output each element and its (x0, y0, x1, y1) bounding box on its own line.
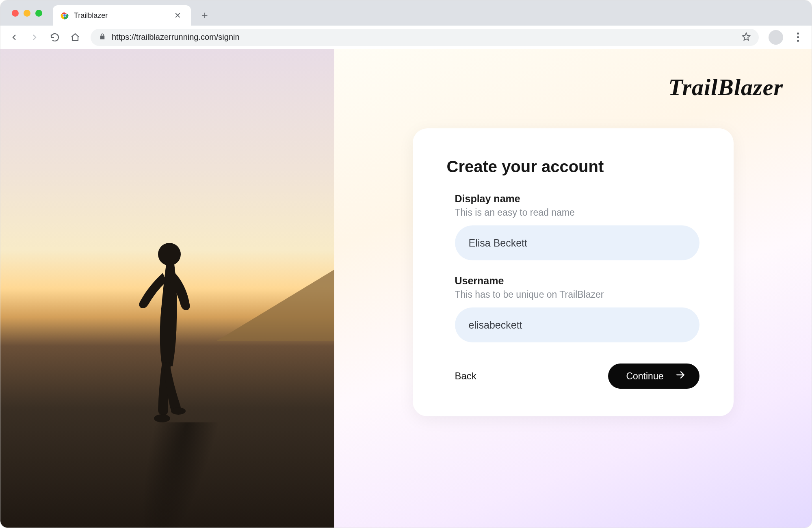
username-label: Username (455, 275, 699, 287)
brand-logo: TrailBlazer (668, 74, 783, 101)
window-controls (7, 0, 47, 26)
lock-icon (99, 33, 106, 42)
display-name-hint: This is an easy to read name (455, 207, 699, 218)
runner-silhouette (129, 240, 206, 427)
display-name-group: Display name This is an easy to read nam… (447, 193, 699, 260)
browser-window: Trailblazer ✕ + https://trailblazerrunni… (0, 0, 812, 528)
browser-menu-button[interactable] (790, 29, 806, 45)
username-hint: This has to be unique on TrailBlazer (455, 289, 699, 300)
close-window-button[interactable] (12, 10, 19, 17)
maximize-window-button[interactable] (35, 10, 42, 17)
back-button[interactable]: Back (455, 370, 476, 382)
display-name-label: Display name (455, 193, 699, 205)
continue-button[interactable]: Continue (608, 364, 699, 389)
username-input[interactable] (455, 307, 699, 342)
new-tab-button[interactable]: + (197, 7, 213, 23)
back-button[interactable] (6, 29, 22, 45)
signup-card: Create your account Display name This is… (413, 128, 734, 416)
display-name-input[interactable] (455, 225, 699, 260)
svg-point-3 (158, 243, 181, 266)
form-pane: TrailBlazer Create your account Display … (334, 49, 812, 528)
runner-shadow (123, 422, 220, 528)
bookmark-star-icon[interactable] (742, 32, 751, 43)
form-actions: Back Continue (447, 364, 699, 389)
kebab-icon (797, 32, 799, 42)
continue-label: Continue (626, 371, 663, 382)
hero-image (0, 49, 334, 528)
form-title: Create your account (447, 158, 699, 176)
svg-point-5 (171, 407, 186, 415)
minimize-window-button[interactable] (24, 10, 30, 17)
tab-favicon-icon (60, 11, 69, 20)
forward-button[interactable] (26, 29, 43, 45)
close-tab-icon[interactable]: ✕ (172, 9, 184, 22)
url-text: https://trailblazerrunning.com/signin (112, 32, 736, 42)
mountain-silhouette (217, 260, 334, 341)
profile-avatar-button[interactable] (769, 30, 783, 45)
tab-title: Trailblazer (74, 11, 167, 20)
username-group: Username This has to be unique on TrailB… (447, 275, 699, 342)
svg-point-2 (63, 14, 66, 17)
reload-button[interactable] (47, 29, 63, 45)
arrow-right-icon (675, 370, 686, 383)
browser-toolbar: https://trailblazerrunning.com/signin (0, 26, 812, 49)
tab-bar: Trailblazer ✕ + (0, 0, 812, 26)
svg-point-4 (154, 414, 170, 422)
browser-tab[interactable]: Trailblazer ✕ (53, 5, 191, 26)
page-content: TrailBlazer Create your account Display … (0, 49, 812, 528)
home-button[interactable] (67, 29, 83, 45)
address-bar[interactable]: https://trailblazerrunning.com/signin (91, 29, 759, 46)
